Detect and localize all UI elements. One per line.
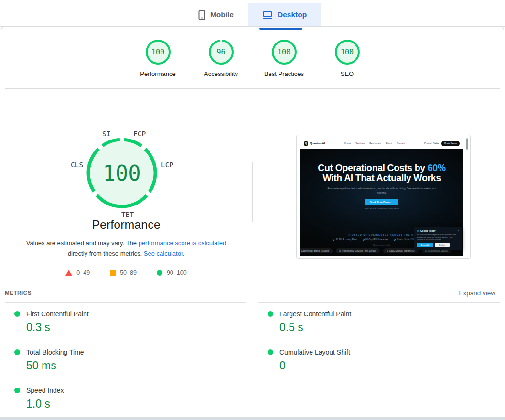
headline-text: Cut Operational Costs by [318,162,425,173]
metric-acronym-tbt: TBT [121,211,134,218]
device-tabbar: Mobile Desktop [0,0,505,27]
metric-value: 0 [279,359,500,372]
calc-link[interactable]: performance score is calculated [139,239,226,247]
smartphone-icon [198,10,205,20]
metric-tbt: Total Blocking Time 50 ms [5,341,246,379]
headline-highlight: 60% [428,162,446,173]
metric-label: Largest Contentful Paint [279,310,351,318]
metric-value: 1.0 s [26,398,246,410]
site-stat: 90-Day ROI Guarantee [363,238,388,241]
close-icon: × [458,229,459,232]
site-logo: Q QuantumAI [304,141,325,146]
site-nav-item: About [386,142,392,145]
divider [5,88,500,89]
cookie-icon [417,230,419,232]
site-headline-line2: With AI That Actually Works [322,173,441,183]
score-value: 100 [145,39,171,65]
metric-label: Speed Index [26,387,64,394]
cookie-banner: Cookie Policy × We use cookies to improv… [414,227,462,250]
legend-range: 0–49 [76,269,90,276]
metric-value: 0.5 s [279,321,500,334]
score-label: SEO [341,70,354,77]
score-label: Accessibility [204,70,238,77]
score-accessibility[interactable]: 96 Accessibility [190,39,253,77]
metric-label: Total Blocking Time [26,348,84,356]
metric-acronym-si: SI [102,130,110,138]
pill-dot-icon [387,250,388,252]
cookie-accept-button: Accept All [417,243,433,247]
metric-cls: Cumulative Layout Shift 0 [258,341,500,379]
screenshot-site-header: Q QuantumAI Home Services Resources Abou… [300,138,463,149]
score-value: 96 [208,39,234,65]
legend-range: 50–89 [120,269,137,276]
client-pill: Ecommerce Brand, Reading [300,248,333,253]
metric-value: 0.3 s [26,321,246,334]
description-text: Values are estimated and may vary. The [26,239,139,247]
tab-desktop-label: Desktop [278,11,307,19]
green-dot-icon [268,311,273,317]
legend-average: 50–89 [110,269,137,276]
client-pill: Professional Services Firm, London [336,248,380,253]
green-dot-icon [14,388,20,393]
score-legend: 0–49 50–89 90–100 [0,269,252,276]
site-nav-item: Contact [397,142,405,145]
see-calculator-link[interactable]: See calculator. [144,250,184,257]
score-description: Values are estimated and may vary. The p… [26,238,226,259]
client-pill: SaaS Startup, Manchester [383,248,419,253]
pagespeed-report: Mobile Desktop 100 Performance [0,0,505,420]
metrics-section-header: METRICS [5,290,32,296]
performance-gauge-value: 100 [85,136,159,210]
stat-icon [394,239,396,241]
metric-acronym-lcp: LCP [161,161,173,169]
stat-icon [333,239,334,241]
tab-desktop[interactable]: Desktop [248,3,321,26]
laptop-icon [262,11,273,19]
score-value: 100 [271,39,297,65]
site-nav-item: Services [355,142,365,145]
metric-fcp: First Contentful Paint 0.3 s [5,302,246,341]
green-dot-icon [14,349,20,355]
category-scores: 100 Performance 96 Accessibility 100 [0,27,505,88]
legend-range: 90–100 [167,269,187,276]
score-label: Performance [140,70,175,77]
next-section-edge [0,417,505,420]
legend-pass: 90–100 [157,269,187,276]
site-book-demo-button: Book Demo [441,141,460,146]
green-dot-icon [14,311,20,317]
metric-lcp: Largest Contentful Paint 0.5 s [258,302,500,341]
score-seo[interactable]: 100 SEO [316,39,379,77]
category-title: Performance [0,218,252,232]
tab-mobile[interactable]: Mobile [184,3,248,26]
metric-label: Cumulative Layout Shift [279,348,350,356]
site-contact-sales: Contact Sales [424,142,439,145]
score-best-practices[interactable]: 100 Best Practices [253,39,316,77]
metric-label: First Contentful Paint [26,310,89,318]
metric-si: Speed Index 1.0 s [5,379,246,417]
site-nav-item: Home [344,142,351,145]
pill-dot-icon [339,250,341,252]
site-brand: QuantumAI [310,142,325,145]
cookie-decline-button: Decline [435,243,450,247]
description-text: directly from these metrics. [68,250,144,257]
site-cta-button: Book Free Demo → [365,199,399,205]
tab-mobile-label: Mobile [210,11,234,19]
vertical-divider [252,162,253,222]
site-headline-line1: Cut Operational Costs by 60% [318,163,445,173]
site-nav-item: Resources [369,142,381,145]
expand-view-link[interactable]: Expand view [459,290,495,297]
orange-square-icon [110,270,116,276]
green-circle-icon [157,270,162,276]
score-label: Best Practices [264,70,304,77]
metric-acronym-fcp: FCP [133,130,146,138]
site-subheadline: Automate repetitive tasks, eliminate err… [326,186,438,194]
cookie-title: Cookie Policy [420,230,456,232]
score-performance[interactable]: 100 Performance [127,39,190,77]
metric-value: 50 ms [26,359,246,372]
final-screenshot-thumbnail[interactable]: Q QuantumAI Home Services Resources Abou… [296,135,471,259]
metric-acronym-cls: CLS [71,161,83,169]
site-stat: 98.7% Accuracy Rate [333,238,356,241]
screenshot-scrollbar [466,138,468,150]
site-results-note: Recent client results [373,244,390,246]
legend-fail: 0–49 [65,269,90,276]
site-cta-note: Get a free AI automation assessment [365,207,399,210]
